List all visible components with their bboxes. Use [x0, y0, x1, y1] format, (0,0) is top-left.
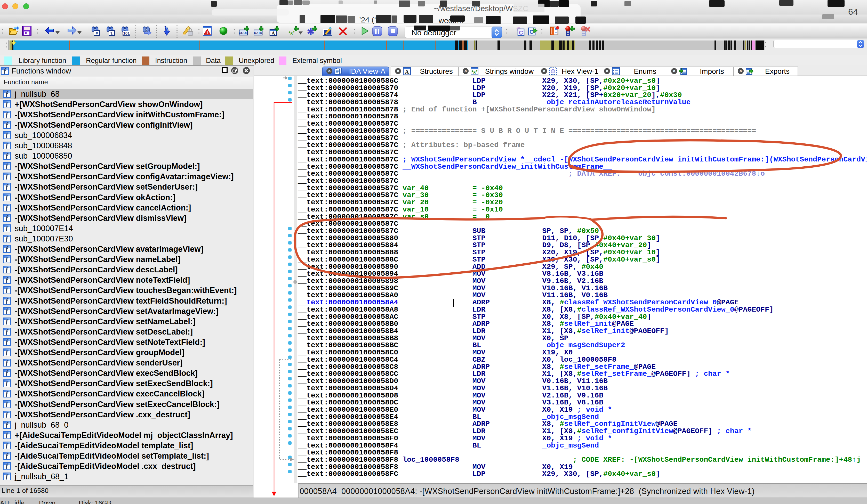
svg-text:#: #: [96, 31, 98, 36]
svg-text:C: C: [529, 29, 534, 35]
svg-text:‘s’: ‘s’: [288, 30, 295, 36]
svg-text:101: 101: [123, 31, 129, 35]
svg-text:A: A: [272, 31, 275, 36]
svg-text:DATA: DATA: [254, 31, 262, 35]
svg-text:A: A: [405, 69, 409, 75]
svg-text:CODE: CODE: [239, 31, 248, 35]
svg-text:T: T: [110, 31, 113, 36]
svg-text:‘s’: ‘s’: [471, 69, 478, 75]
svg-text:C: C: [519, 30, 523, 36]
